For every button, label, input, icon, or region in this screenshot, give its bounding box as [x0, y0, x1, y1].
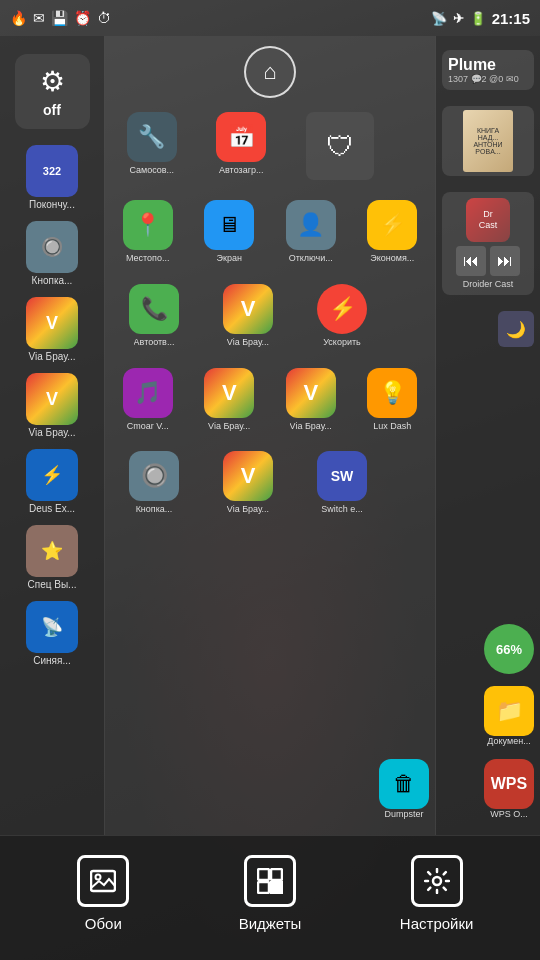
app-icon-switch: SW [317, 451, 367, 501]
apps-row-3: 📞 Автоотв... V Via Брау... ⚡ Ускорить [105, 274, 435, 358]
list-item[interactable]: ⭐ Спец Вы... [7, 521, 97, 595]
cast-icon: 📡 [431, 11, 447, 26]
app-label: Автозагр... [219, 165, 263, 176]
status-left-icons: 🔥 ✉ 💾 ⏰ ⏱ [10, 10, 111, 26]
app-icon-5: ⏱ [97, 10, 111, 26]
app-label: Самосов... [129, 165, 174, 176]
apps-row-1: 🔧 Самосов... 📅 Автозагр... 🛡 [105, 102, 435, 190]
widgets-label: Виджеты [239, 915, 302, 932]
list-item[interactable]: 🛡 [304, 106, 376, 186]
app-label: Via Брау... [290, 421, 332, 432]
list-item[interactable]: 📍 Местопо... [121, 194, 175, 270]
list-item[interactable]: V Via Брау... [284, 362, 338, 438]
list-item[interactable]: WPS WPS O... [482, 753, 536, 826]
app-icon-blue: 📡 [26, 601, 78, 653]
list-item[interactable]: 📞 Автоотв... [127, 278, 181, 354]
app-icon-deus: ⚡ [26, 449, 78, 501]
app-icon-spetsial: ⭐ [26, 525, 78, 577]
app-label: Deus Ex... [29, 503, 75, 515]
app-icon-via4: V [204, 368, 254, 418]
droider-icon: DrCast [466, 198, 510, 242]
settings-button[interactable]: Настройки [377, 855, 497, 932]
app-label: Via Брау... [208, 421, 250, 432]
app-label: Via Брау... [29, 427, 76, 439]
list-item[interactable]: 🔘 Кнопка... [7, 217, 97, 291]
app-icon-cmoar: 🎵 [123, 368, 173, 418]
list-item[interactable]: ⚡ Ускорить [315, 278, 369, 354]
app-icon-multiapps: 🔘 [26, 221, 78, 273]
list-item[interactable]: 🗑 Dumpster [377, 753, 431, 826]
app-icon-economy: ⚡ [367, 200, 417, 250]
app-icon-via1: V [26, 297, 78, 349]
off-label: off [43, 102, 61, 118]
book-thumbnail: КНИГА НАД... АНТОНИ РOBA... [463, 110, 513, 172]
airplane-icon: ✈ [453, 11, 464, 26]
home-button[interactable]: ⌂ [244, 46, 296, 98]
list-item [411, 106, 415, 186]
app-icon-calendar: 322 [26, 145, 78, 197]
app-label: Lux Dash [373, 421, 411, 432]
apps-row-2: 📍 Местопо... 🖥 Экран 👤 Отключи... ⚡ Экон… [105, 190, 435, 274]
list-item[interactable]: ⚡ Экономя... [365, 194, 419, 270]
battery-percent-badge: 66% [484, 624, 534, 674]
list-item[interactable]: ⚡ Deus Ex... [7, 445, 97, 519]
app-icon-lux: 💡 [367, 368, 417, 418]
app-icon-disconnect: 👤 [286, 200, 336, 250]
app-icon-documents: 📁 [484, 686, 534, 736]
app-label: Покончу... [29, 199, 75, 211]
app-icon-3: 💾 [51, 10, 68, 26]
list-item[interactable]: V Via Брау... [7, 369, 97, 443]
list-item[interactable]: 🔧 Самосов... [125, 106, 179, 186]
plume-card[interactable]: Plume 1307 💬2 @0 ✉0 [442, 50, 534, 90]
droider-label: Droider Cast [463, 279, 514, 289]
app-label: Спец Вы... [28, 579, 77, 591]
widgets-button[interactable]: Виджеты [210, 855, 330, 932]
list-item[interactable]: 66% [482, 618, 536, 680]
app-icon-location: 📍 [123, 200, 173, 250]
wallpaper-button[interactable]: Обои [43, 855, 163, 932]
app-icon-autoreply: 📞 [129, 284, 179, 334]
status-right-icons: 📡 ✈ 🔋 21:15 [431, 10, 530, 27]
app-icon-samosov: 🔧 [127, 112, 177, 162]
svg-point-6 [433, 877, 441, 885]
list-item[interactable]: 💡 Lux Dash [365, 362, 419, 438]
apps-row-5: 🔘 Кнопка... V Via Брау... SW Switch e... [105, 441, 435, 525]
list-item[interactable]: 👤 Отключи... [284, 194, 338, 270]
list-item[interactable]: 📡 Синяя... [7, 597, 97, 671]
plume-subtitle: 1307 💬2 @0 ✉0 [448, 74, 528, 84]
shield-button[interactable]: 🛡 [306, 112, 374, 180]
list-item[interactable]: SW Switch e... [315, 445, 369, 521]
shield-icon: 🛡 [326, 130, 354, 163]
app-icon-2: ✉ [33, 10, 45, 26]
app-label: Via Брау... [227, 504, 269, 515]
list-item[interactable]: V Via Брау... [221, 445, 275, 521]
main-grid: ⌂ 🔧 Самосов... 📅 Автозагр... 🛡 📍 Местопо… [105, 36, 435, 835]
list-item[interactable]: 🔘 Кнопка... [127, 445, 181, 521]
list-item[interactable]: V Via Брау... [221, 278, 275, 354]
list-item[interactable]: 📁 Докумен... [482, 680, 536, 753]
rewind-button[interactable]: ⏮ [456, 246, 486, 276]
app-label: Экономя... [370, 253, 414, 264]
settings-off-button[interactable]: ⚙ off [15, 54, 90, 129]
svg-rect-2 [258, 869, 269, 880]
media-controls: ⏮ ⏭ [456, 246, 520, 276]
gear-icon: ⚙ [40, 65, 65, 98]
list-item[interactable]: 📅 Автозагр... [214, 106, 268, 186]
home-header: ⌂ [105, 36, 435, 102]
app-icon-knopka: 🔘 [129, 451, 179, 501]
app-label: Switch e... [321, 504, 363, 515]
fastforward-button[interactable]: ⏭ [490, 246, 520, 276]
book-card[interactable]: КНИГА НАД... АНТОНИ РOBA... [442, 106, 534, 176]
svg-rect-3 [271, 869, 282, 880]
list-item[interactable]: V Via Брау... [202, 362, 256, 438]
droider-card[interactable]: DrCast ⏮ ⏭ Droider Cast [442, 192, 534, 295]
list-item[interactable]: 🎵 Cmoar V... [121, 362, 175, 438]
list-item[interactable]: 🖥 Экран [202, 194, 256, 270]
app-icon-via2: V [26, 373, 78, 425]
svg-marker-5 [271, 882, 282, 893]
list-item[interactable]: 322 Покончу... [7, 141, 97, 215]
list-item[interactable]: V Via Брау... [7, 293, 97, 367]
settings-icon [411, 855, 463, 907]
app-icon-via3: V [223, 284, 273, 334]
svg-point-1 [96, 874, 101, 879]
